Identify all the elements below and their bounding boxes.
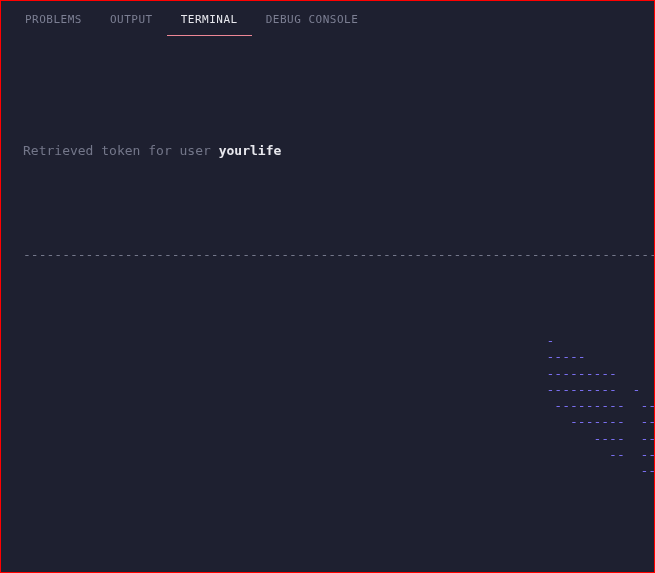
terminal-output[interactable]: Retrieved token for user yourlife ------…	[1, 37, 654, 573]
tab-terminal[interactable]: TERMINAL	[167, 3, 252, 36]
tab-debug-console[interactable]: DEBUG CONSOLE	[252, 3, 373, 36]
tab-problems[interactable]: PROBLEMS	[11, 3, 96, 36]
separator-line: ----------------------------------------…	[23, 246, 632, 264]
token-line-prefix: Retrieved token for user	[23, 143, 219, 158]
token-username: yourlife	[219, 143, 282, 158]
ascii-art-logo: - ----- - --------- -- --------- - -----	[343, 333, 655, 573]
tab-output[interactable]: OUTPUT	[96, 3, 167, 36]
panel-tabs: PROBLEMS OUTPUT TERMINAL DEBUG CONSOLE	[1, 1, 654, 37]
